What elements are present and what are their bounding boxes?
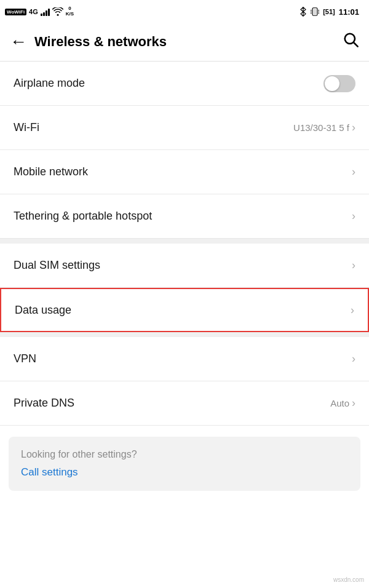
page-title: Wireless & networks (34, 34, 167, 50)
wifi-chevron-icon: › (352, 121, 355, 134)
settings-item-mobile-network[interactable]: Mobile network › (0, 150, 369, 194)
signal-bar-4 (48, 9, 50, 16)
section-divider-1 (0, 239, 369, 244)
settings-item-vpn[interactable]: VPN › (0, 337, 369, 381)
status-bar: WoWiFi 4G 0 K/S (0, 0, 369, 22)
app-bar-left: ← Wireless & networks (10, 32, 167, 52)
battery-indicator: [51] (323, 8, 335, 15)
wifi-icon (52, 7, 63, 16)
settings-section-1: Airplane mode Wi-Fi U13/30-31 5 f › Mobi… (0, 62, 369, 239)
signal-bar-3 (46, 10, 47, 16)
settings-section-3: VPN › Private DNS Auto › (0, 337, 369, 426)
tethering-chevron-icon: › (352, 210, 355, 223)
vpn-chevron-icon: › (352, 352, 355, 365)
settings-item-data-usage[interactable]: Data usage › (0, 288, 369, 332)
mobile-network-chevron-icon: › (352, 165, 355, 178)
data-speed-unit: K/S (66, 12, 74, 17)
svg-line-9 (354, 42, 357, 46)
watermark: wsxdn.com (333, 576, 364, 583)
bottom-card-text: Looking for other settings? (21, 449, 348, 460)
airplane-mode-toggle[interactable] (323, 75, 355, 92)
dual-sim-chevron-icon: › (352, 259, 355, 272)
app-bar: ← Wireless & networks (0, 22, 369, 62)
private-dns-label: Private DNS (14, 397, 74, 410)
svg-rect-1 (314, 9, 317, 14)
dual-sim-label: Dual SIM settings (14, 259, 100, 272)
settings-item-tethering[interactable]: Tethering & portable hotspot › (0, 194, 369, 239)
wowifi-badge: WoWiFi (5, 9, 26, 15)
vpn-right: › (352, 352, 355, 365)
wifi-value: U13/30-31 5 f (293, 122, 349, 133)
toggle-knob (325, 76, 339, 91)
signal-bar-2 (43, 12, 45, 16)
settings-item-private-dns[interactable]: Private DNS Auto › (0, 381, 369, 426)
call-settings-link[interactable]: Call settings (21, 466, 348, 479)
private-dns-value: Auto (330, 398, 349, 408)
dual-sim-right: › (352, 259, 355, 272)
tethering-label: Tethering & portable hotspot (14, 210, 152, 223)
mobile-network-label: Mobile network (14, 165, 88, 178)
data-usage-label: Data usage (15, 304, 71, 317)
airplane-mode-label: Airplane mode (14, 77, 85, 90)
vibrate-icon (311, 7, 319, 17)
signal-bars (41, 7, 50, 16)
private-dns-chevron-icon: › (352, 397, 355, 410)
mobile-network-right: › (352, 165, 355, 178)
bottom-card: Looking for other settings? Call setting… (9, 437, 360, 491)
wifi-right: U13/30-31 5 f › (293, 121, 355, 134)
status-bar-right: [51] 11:01 (300, 7, 359, 17)
data-usage-chevron-icon: › (351, 304, 354, 317)
data-speed: 0 K/S (66, 6, 74, 17)
status-bar-left: WoWiFi 4G 0 K/S (5, 6, 74, 17)
data-usage-right: › (351, 304, 354, 317)
wifi-label: Wi-Fi (14, 121, 39, 134)
vpn-label: VPN (14, 352, 36, 365)
settings-item-airplane-mode[interactable]: Airplane mode (0, 62, 369, 106)
search-button[interactable] (342, 31, 359, 52)
signal-4g-label: 4G (29, 8, 38, 15)
private-dns-right: Auto › (330, 397, 355, 410)
back-button[interactable]: ← (10, 32, 27, 52)
tethering-right: › (352, 210, 355, 223)
section-divider-2 (0, 332, 369, 337)
settings-item-wifi[interactable]: Wi-Fi U13/30-31 5 f › (0, 106, 369, 150)
settings-item-dual-sim[interactable]: Dual SIM settings › (0, 244, 369, 288)
time-display: 11:01 (339, 7, 359, 17)
bluetooth-icon (300, 7, 307, 17)
settings-section-2: Dual SIM settings › Data usage › (0, 244, 369, 332)
signal-bar-1 (41, 14, 42, 16)
